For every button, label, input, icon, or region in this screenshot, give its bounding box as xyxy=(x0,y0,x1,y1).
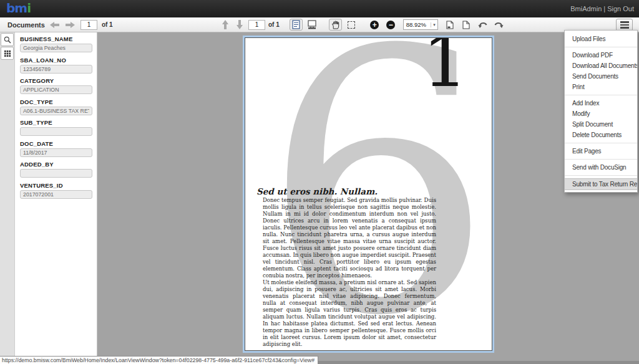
export-page-button[interactable] xyxy=(444,19,457,31)
grid-icon xyxy=(4,50,11,57)
document-number-input[interactable] xyxy=(80,20,97,30)
category-input[interactable] xyxy=(20,85,92,94)
document-heading: Sed ut eros nibh. Nullam. xyxy=(256,186,437,196)
page-count-label: of 1 xyxy=(268,21,280,28)
rotate-left-icon xyxy=(478,21,487,28)
viewer-toolbar: Documents of 1 of 1 xyxy=(0,17,639,32)
marquee-zoom-button[interactable] xyxy=(345,19,358,31)
document-nav-cluster: Documents of 1 xyxy=(7,17,113,32)
menu-item-split-document[interactable]: Split Document xyxy=(565,119,637,130)
actions-menu-button[interactable] xyxy=(616,19,633,31)
marquee-select-icon xyxy=(348,21,355,29)
added-by-input[interactable] xyxy=(20,169,92,178)
hamburger-icon xyxy=(620,21,629,23)
menu-item-add-index[interactable]: Add Index xyxy=(565,98,637,108)
pan-tool-button[interactable] xyxy=(329,19,342,31)
zoom-level-value: 88.92% xyxy=(406,21,426,28)
menu-divider xyxy=(565,143,637,143)
menu-item-download-all-documents[interactable]: Download All Documents xyxy=(565,60,637,71)
documents-label: Documents xyxy=(7,21,45,29)
page-number-input[interactable] xyxy=(248,20,265,30)
document-page[interactable]: 6 1 Sed ut eros nibh. Nullam. Donec temp… xyxy=(245,37,492,351)
field-label: DOC_DATE xyxy=(20,140,92,147)
menu-item-upload-files[interactable]: Upload Files xyxy=(565,34,637,44)
page-view-icon xyxy=(292,20,300,29)
page-up-button[interactable] xyxy=(220,19,231,31)
field-label: SUB_TYPE xyxy=(20,119,92,126)
zoom-in-button[interactable]: + xyxy=(368,19,381,31)
menu-item-edit-pages[interactable]: Edit Pages xyxy=(565,146,637,156)
field-label: BUSINESS_NAME xyxy=(20,36,92,42)
arrow-left-icon xyxy=(50,22,59,28)
document-paragraph: Ut molestie eleifend massa, a pretium ni… xyxy=(263,279,436,348)
logo-text-bm: bm xyxy=(6,1,27,16)
field-sba-loan-no: SBA_LOAN_NO xyxy=(20,57,92,74)
menu-divider xyxy=(565,47,637,47)
field-label: SBA_LOAN_NO xyxy=(20,57,92,64)
field-label: ADDED_BY xyxy=(20,161,92,168)
menu-item-send-with-docusign[interactable]: Send with DocuSign xyxy=(565,162,637,173)
next-document-button[interactable] xyxy=(65,19,76,31)
username-label: BmiAdmin xyxy=(570,5,602,12)
rotate-right-button[interactable] xyxy=(492,19,505,31)
account-separator: | xyxy=(603,5,605,12)
field-doc-type: DOC_TYPE xyxy=(20,98,92,115)
page-number-print: 1 xyxy=(422,37,468,97)
left-tool-strip xyxy=(0,32,15,364)
single-page-view-button[interactable] xyxy=(290,19,303,31)
field-business-name: BUSINESS_NAME xyxy=(20,36,92,52)
index-fields-panel: BUSINESS_NAME SBA_LOAN_NO CATEGORY DOC_T… xyxy=(15,32,97,361)
caret-down-icon: ▾ xyxy=(431,22,437,27)
zoom-in-icon: + xyxy=(370,21,379,29)
rotate-right-icon xyxy=(494,21,504,28)
zoom-level-select[interactable]: 88.92% ▾ xyxy=(403,19,438,30)
zoom-out-button[interactable]: − xyxy=(384,19,398,31)
account-area: BmiAdmin|Sign Out xyxy=(570,5,634,12)
menu-item-print[interactable]: Print xyxy=(565,82,637,92)
doc-date-input[interactable] xyxy=(20,148,92,157)
menu-divider xyxy=(565,175,637,176)
menu-item-delete-documents[interactable]: Delete Documents xyxy=(565,130,637,140)
arrow-right-icon xyxy=(66,22,75,28)
app-window: bmi BmiAdmin|Sign Out Documents of 1 xyxy=(0,0,639,364)
menu-item-send-documents[interactable]: Send Documents xyxy=(565,71,637,82)
search-panel-button[interactable] xyxy=(1,33,14,46)
copy-page-button[interactable] xyxy=(460,19,473,31)
page-tools-cluster: of 1 xyxy=(220,17,505,32)
fit-width-icon xyxy=(308,20,316,29)
prev-document-button[interactable] xyxy=(49,19,61,31)
field-category: CATEGORY xyxy=(20,77,92,94)
field-ventures-id: VENTURES_ID xyxy=(20,182,92,199)
rotate-left-button[interactable] xyxy=(476,19,489,31)
thumbnails-panel-button[interactable] xyxy=(1,47,14,60)
document-text-block: Sed ut eros nibh. Nullam. Donec tempus s… xyxy=(256,186,437,348)
field-label: DOC_TYPE xyxy=(20,98,92,105)
arrow-down-icon xyxy=(237,20,243,29)
field-doc-date: DOC_DATE xyxy=(20,140,92,157)
menu-item-download-pdf[interactable]: Download PDF xyxy=(565,50,637,60)
status-bar-url: https://demo.bmisw.com/BmiWeb/Home/Index… xyxy=(0,356,318,364)
hand-icon xyxy=(331,21,339,29)
actions-dropdown-menu: Upload Files Download PDF Download All D… xyxy=(564,30,638,193)
menu-item-submit-to-tax-return-reader[interactable]: Submit to Tax Return Reader xyxy=(565,178,637,190)
sign-out-link[interactable]: Sign Out xyxy=(607,5,634,12)
menu-divider xyxy=(565,95,637,95)
sba-loan-no-input[interactable] xyxy=(20,65,92,74)
menu-item-modify[interactable]: Modify xyxy=(565,108,637,119)
document-paragraph: Donec tempus semper feugiat. Sed gravida… xyxy=(263,197,436,279)
top-header: bmi BmiAdmin|Sign Out xyxy=(0,0,639,17)
menu-divider xyxy=(565,159,637,160)
bmi-logo: bmi xyxy=(6,1,31,16)
sub-type-input[interactable] xyxy=(20,127,92,136)
zoom-out-icon: − xyxy=(386,21,395,29)
doc-type-input[interactable] xyxy=(20,107,92,115)
business-name-input[interactable] xyxy=(20,44,92,52)
logo-text-i: i xyxy=(27,1,31,16)
page-down-button[interactable] xyxy=(234,19,245,31)
document-count-label: of 1 xyxy=(102,21,113,28)
document-viewer: 6 1 Sed ut eros nibh. Nullam. Donec temp… xyxy=(98,32,639,364)
fit-width-button[interactable] xyxy=(306,19,319,31)
ventures-id-input[interactable] xyxy=(20,190,92,199)
arrow-up-icon xyxy=(222,20,228,29)
export-page-icon xyxy=(446,21,454,29)
